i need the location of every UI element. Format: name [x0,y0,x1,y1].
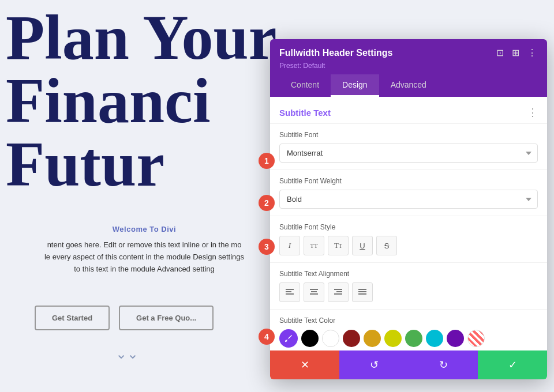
hero-buttons: Get Started Get a Free Quo... [35,306,214,330]
subtitle-alignment-label: Subtitle Text Alignment [279,270,538,278]
scroll-arrows: ⌄⌄ [115,346,138,362]
panel-icon-buttons: ⊡ ⊞ ⋮ [495,46,538,59]
panel-title: Fullwidth Header Settings [279,48,392,58]
strikethrough-button[interactable]: S [376,236,397,255]
tab-advanced[interactable]: Advanced [379,74,438,97]
panel-footer: ✕ ↺ ↻ ✓ [270,350,547,379]
step-badge-1: 1 [259,153,275,169]
alignment-buttons-group [279,282,538,302]
free-quote-button[interactable]: Get a Free Quo... [119,306,214,330]
subtitle-color-label: Subtitle Text Color [279,316,538,325]
svg-rect-6 [334,289,342,290]
color-purple[interactable] [447,330,464,347]
step-badge-3: 3 [259,239,275,255]
panel-title-row: Fullwidth Header Settings ⊡ ⊞ ⋮ [279,46,538,59]
color-picker-button[interactable] [279,329,298,348]
align-center-button[interactable] [304,282,324,302]
section-title: Subtitle Text [279,108,331,118]
subtitle-alignment-field: Subtitle Text Alignment [270,263,547,310]
panel-body: Subtitle Text ⋮ Subtitle Font Montserrat… [270,97,547,350]
subtitle-color-field: Subtitle Text Color [270,310,547,350]
color-black[interactable] [301,330,319,347]
color-dark-red[interactable] [343,330,360,347]
svg-rect-0 [286,289,294,290]
svg-rect-9 [358,289,366,290]
section-menu-button[interactable]: ⋮ [527,106,538,119]
svg-rect-5 [310,293,318,295]
section-header: Subtitle Text ⋮ [270,97,547,124]
subtitle-font-field: Subtitle Font Montserrat [270,124,547,170]
italic-button[interactable]: I [279,236,300,255]
color-striped[interactable] [467,330,485,347]
redo-button[interactable]: ↻ [409,350,478,379]
svg-rect-7 [336,291,342,292]
svg-rect-8 [334,293,342,295]
svg-rect-11 [358,293,366,295]
step-badge-2: 2 [259,195,275,211]
color-gold[interactable] [364,330,381,347]
subtitle-style-label: Subtitle Font Style [279,223,538,231]
get-started-button[interactable]: Get Started [35,306,110,330]
svg-rect-4 [311,291,317,292]
svg-rect-1 [286,291,291,292]
color-green[interactable] [405,330,422,347]
subtitle-font-label: Subtitle Font [279,131,538,139]
hero-title: Plan Your Financi Futur [6,6,277,196]
panel-preset[interactable]: Preset: Default [279,62,538,70]
hero-subtitle: Welcome to Divi [0,225,289,233]
color-swatches-group [279,329,538,348]
columns-icon[interactable]: ⊞ [511,46,521,59]
subtitle-font-select[interactable]: Montserrat [279,144,538,163]
smallcaps-button[interactable]: TT [304,236,324,255]
tab-design[interactable]: Design [331,74,379,97]
align-left-button[interactable] [279,282,300,302]
color-yellow-green[interactable] [384,330,402,347]
underline-button[interactable]: U [352,236,373,255]
more-icon[interactable]: ⋮ [526,46,538,59]
undo-button[interactable]: ↺ [339,350,409,379]
subtitle-weight-select[interactable]: Bold [279,190,538,209]
svg-rect-3 [310,289,318,290]
color-white[interactable] [322,330,339,347]
align-right-button[interactable] [328,282,349,302]
color-cyan[interactable] [426,330,443,347]
subtitle-style-field: Subtitle Font Style I TT TT U S [270,216,547,263]
minimize-icon[interactable]: ⊡ [495,46,505,59]
panel-header: Fullwidth Header Settings ⊡ ⊞ ⋮ Preset: … [270,39,547,97]
svg-rect-10 [358,291,366,292]
hero-body: ntent goes here. Edit or remove this tex… [0,239,289,275]
step-badge-4: 4 [259,329,275,345]
tab-content[interactable]: Content [279,74,331,97]
panel-tabs: Content Design Advanced [279,74,538,97]
align-justify-button[interactable] [352,282,373,302]
capitalize-button[interactable]: TT [328,236,349,255]
cancel-button[interactable]: ✕ [270,350,339,379]
svg-rect-2 [286,293,294,295]
style-buttons-group: I TT TT U S [279,236,538,255]
subtitle-weight-field: Subtitle Font Weight Bold [270,170,547,216]
subtitle-weight-label: Subtitle Font Weight [279,177,538,185]
settings-panel: Fullwidth Header Settings ⊡ ⊞ ⋮ Preset: … [270,39,547,379]
save-button[interactable]: ✓ [478,350,547,379]
